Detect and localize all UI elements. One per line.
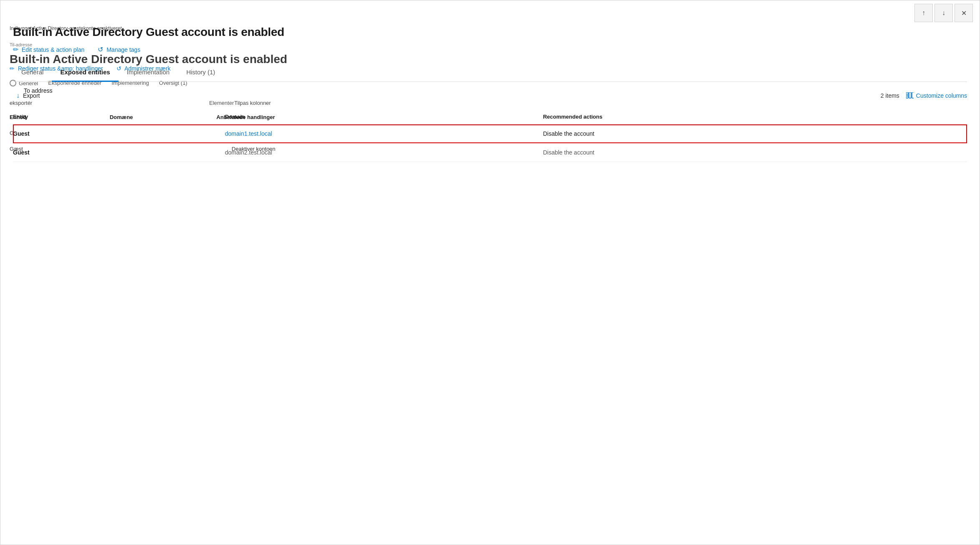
col-header-domain: Domain xyxy=(225,109,543,124)
col-header-entity: Entity xyxy=(13,109,225,124)
edit-icon: ✏ xyxy=(13,46,18,53)
nav-close-button[interactable]: ✕ xyxy=(955,4,973,22)
toolbar-row: ↓ Export 2 items Customize columns xyxy=(13,90,967,101)
action-toolbar: ✏ Edit status & action plan ↺ Manage tag… xyxy=(13,46,967,53)
tab-exposed-entities[interactable]: Exposed entities xyxy=(52,63,118,82)
window-container: ↑ ↓ ✕ Indbygget Active Directory-gæsteko… xyxy=(0,0,980,545)
main-content: Built-in Active Directory Guest account … xyxy=(0,0,980,170)
nav-down-button[interactable]: ↓ xyxy=(934,4,953,22)
export-icon: ↓ xyxy=(16,92,20,99)
nav-up-button[interactable]: ↑ xyxy=(914,4,933,22)
tabs-container: General Exposed entities Implementation … xyxy=(13,63,967,82)
col-header-recommended-actions: Recommended actions xyxy=(543,109,967,124)
cell-domain: domain1.test.local xyxy=(225,124,543,143)
table-header-row: Entity Domain Recommended actions xyxy=(13,109,967,124)
cell-entity: Guest xyxy=(13,124,225,143)
page-title: Built-in Active Directory Guest account … xyxy=(13,25,967,39)
cell-recommended-actions: Disable the account xyxy=(543,124,967,143)
edit-status-button[interactable]: ✏ Edit status & action plan xyxy=(13,46,84,53)
top-nav: ↑ ↓ ✕ xyxy=(914,4,973,22)
table-row[interactable]: Guestdomain2.test.localDisable the accou… xyxy=(13,143,967,162)
cell-recommended-actions: Disable the account xyxy=(543,143,967,162)
tab-implementation[interactable]: Implementation xyxy=(119,63,178,82)
items-count: 2 items xyxy=(881,92,899,99)
tab-content: ↓ Export 2 items Customize columns xyxy=(13,82,967,170)
tab-history[interactable]: History (1) xyxy=(178,63,223,82)
svg-rect-1 xyxy=(909,92,911,98)
header-section: Built-in Active Directory Guest account … xyxy=(13,0,967,53)
manage-tags-button[interactable]: ↺ Manage tags xyxy=(98,46,140,53)
cell-entity: Guest xyxy=(13,143,225,162)
cell-domain: domain2.test.local xyxy=(225,143,543,162)
tab-general[interactable]: General xyxy=(13,63,52,82)
table-row[interactable]: Guestdomain1.test.localDisable the accou… xyxy=(13,124,967,143)
export-button[interactable]: ↓ Export xyxy=(13,90,43,101)
tags-icon: ↺ xyxy=(98,46,103,53)
customize-columns-button[interactable]: Customize columns xyxy=(906,92,967,99)
right-toolbar: 2 items Customize columns xyxy=(881,92,967,99)
data-table: Entity Domain Recommended actions Guestd… xyxy=(13,109,967,162)
svg-rect-2 xyxy=(912,92,914,98)
customize-columns-icon xyxy=(906,92,914,99)
